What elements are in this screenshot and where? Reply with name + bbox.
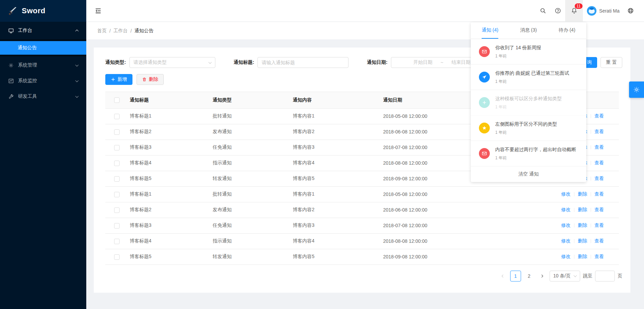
view-link[interactable]: 查看	[594, 222, 604, 228]
row-checkbox[interactable]	[114, 161, 120, 166]
star-icon	[479, 123, 490, 133]
notice-title-input[interactable]	[257, 57, 348, 68]
row-checkbox[interactable]	[114, 192, 120, 197]
notification-item[interactable]: 内容不要超过两行字，超出时自动截断 1 年前	[471, 141, 586, 166]
sidebar-item-label: 研发工具	[18, 93, 76, 99]
notifications-button[interactable]: 11	[565, 0, 583, 21]
next-page-button[interactable]	[537, 271, 547, 281]
batch-delete-button[interactable]: 删除	[137, 74, 164, 85]
edit-link[interactable]: 修改	[561, 222, 571, 228]
row-checkbox[interactable]	[114, 129, 120, 135]
view-link[interactable]: 查看	[594, 207, 604, 212]
cell-title: 博客标题1	[127, 186, 210, 202]
logo[interactable]: Sword	[0, 0, 86, 22]
notification-item-read[interactable]: 这种模板可以区分多种通知类型 1 年前	[471, 90, 586, 115]
notification-item[interactable]: 你推荐的 曲妮妮 已通过第三轮面试 1 年前	[471, 65, 586, 90]
select-all-checkbox[interactable]	[114, 97, 120, 103]
mail-icon	[479, 148, 490, 159]
tab-notifications[interactable]: 通知 (4)	[471, 22, 509, 39]
prev-page-button[interactable]	[498, 271, 507, 281]
cell-date: 2018-05-08 12:00:00	[380, 108, 471, 124]
row-checkbox[interactable]	[114, 176, 120, 182]
page-size-select[interactable]: 10 条/页	[550, 271, 580, 281]
sidebar-item-dev-tools[interactable]: 研发工具	[0, 90, 86, 103]
row-checkbox[interactable]	[114, 145, 120, 150]
sidebar-item-workbench[interactable]: 工作台	[0, 24, 86, 37]
row-checkbox[interactable]	[114, 239, 120, 244]
notification-item[interactable]: 你收到了 14 份新周报 1 年前	[471, 39, 586, 65]
sword-icon	[7, 6, 18, 16]
gear-icon	[8, 62, 14, 68]
breadcrumb-home[interactable]: 首页	[97, 28, 107, 34]
sidebar-item-system-monitor[interactable]: 系统监控	[0, 74, 86, 88]
notification-title: 左侧图标用于区分不同的类型	[495, 121, 579, 127]
cell-type: 转发通知	[210, 249, 290, 265]
chevron-down-icon	[75, 79, 79, 82]
search-button[interactable]	[535, 0, 550, 21]
notification-item[interactable]: 左侧图标用于区分不同的类型 1 年前	[471, 115, 586, 141]
cell-date: 2018-08-08 12:00:00	[380, 233, 471, 249]
notice-type-select[interactable]: 请选择通知类型	[129, 57, 215, 68]
cell-type: 任免通知	[210, 218, 290, 233]
plus-icon	[111, 77, 115, 82]
page-number-2[interactable]: 2	[524, 271, 535, 281]
page-number-1[interactable]: 1	[510, 271, 521, 281]
bird-icon	[479, 72, 490, 83]
table-row: 博客标题2 发布通知 博客内容2 2018-06-08 12:00:00 修改删…	[105, 202, 619, 218]
view-link[interactable]: 查看	[594, 144, 604, 150]
edit-link[interactable]: 修改	[561, 238, 571, 243]
jump-page-input[interactable]	[595, 271, 615, 281]
cell-content: 博客内容3	[290, 140, 380, 155]
view-link[interactable]: 查看	[594, 113, 604, 119]
language-button[interactable]	[624, 0, 637, 21]
row-checkbox[interactable]	[114, 114, 120, 119]
delete-link[interactable]: 删除	[578, 238, 587, 243]
edit-link[interactable]: 修改	[561, 254, 571, 259]
row-checkbox[interactable]	[114, 254, 120, 260]
notice-title-label: 通知标题:	[234, 59, 254, 66]
sidebar-item-label: 工作台	[18, 28, 76, 34]
help-button[interactable]	[550, 0, 565, 21]
edit-link[interactable]: 修改	[561, 207, 571, 212]
gear-icon	[633, 86, 640, 93]
view-link[interactable]: 查看	[594, 129, 604, 134]
cell-title: 博客标题5	[127, 171, 210, 186]
delete-link[interactable]: 删除	[578, 207, 587, 212]
cell-title: 博客标题3	[127, 140, 210, 155]
top-header: 11 Serati Ma	[86, 0, 644, 22]
view-link[interactable]: 查看	[594, 191, 604, 197]
notification-time: 1 年前	[495, 104, 579, 110]
notice-date-label: 通知日期:	[367, 59, 388, 66]
cell-content: 博客内容2	[290, 202, 380, 218]
view-link[interactable]: 查看	[594, 238, 604, 243]
user-menu[interactable]: Serati Ma	[583, 0, 624, 21]
add-button[interactable]: 新增	[105, 74, 132, 85]
wrench-icon	[8, 94, 14, 99]
tab-todos[interactable]: 待办 (4)	[548, 22, 586, 39]
cell-date: 2018-07-08 12:00:00	[380, 140, 471, 155]
plus-icon	[479, 97, 490, 108]
menu-fold-icon[interactable]	[94, 7, 102, 15]
reset-button[interactable]: 重 置	[601, 57, 622, 68]
breadcrumb-workbench[interactable]: 工作台	[113, 28, 128, 34]
cell-date: 2018-06-08 12:00:00	[380, 202, 471, 218]
breadcrumb-separator: /	[109, 28, 111, 34]
clear-notifications-button[interactable]: 清空 通知	[471, 166, 586, 182]
edit-link[interactable]: 修改	[561, 191, 571, 197]
delete-link[interactable]: 删除	[578, 191, 587, 197]
row-checkbox[interactable]	[114, 207, 120, 213]
chart-icon	[8, 78, 14, 84]
tab-messages[interactable]: 消息 (3)	[509, 22, 548, 39]
sidebar-item-notice[interactable]: 通知公告	[0, 41, 86, 55]
delete-link[interactable]: 删除	[578, 222, 587, 228]
row-checkbox[interactable]	[114, 223, 120, 229]
cell-date: 2018-07-08 12:00:00	[380, 218, 471, 233]
notification-badge: 11	[574, 3, 583, 9]
app-title: Sword	[22, 6, 46, 15]
view-link[interactable]: 查看	[594, 176, 604, 181]
view-link[interactable]: 查看	[594, 160, 604, 165]
delete-link[interactable]: 删除	[578, 254, 587, 259]
sidebar-item-system-mgmt[interactable]: 系统管理	[0, 58, 86, 72]
view-link[interactable]: 查看	[594, 254, 604, 259]
theme-settings-button[interactable]	[629, 81, 644, 98]
